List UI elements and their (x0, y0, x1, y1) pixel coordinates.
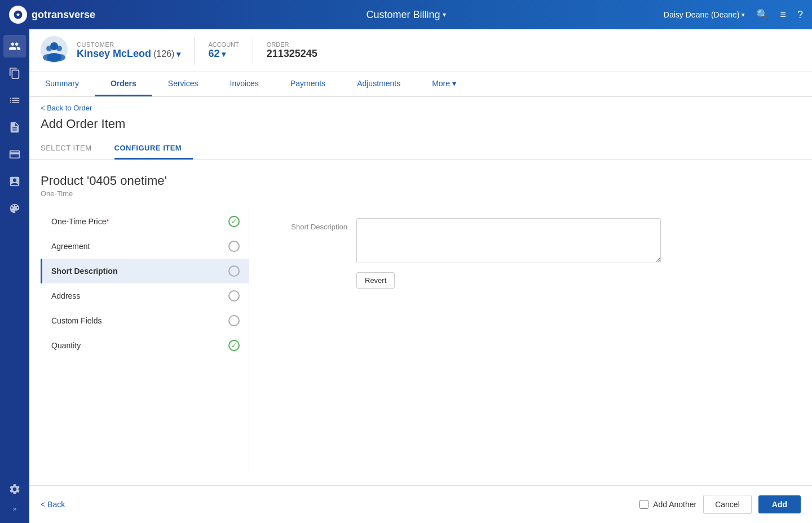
order-label: ORDER (267, 41, 317, 48)
field-item-agreement[interactable]: Agreement (41, 234, 249, 259)
customer-info: CUSTOMER Kinsey McLeod (126) ▾ (77, 41, 180, 60)
sidebar-item-list[interactable] (3, 89, 26, 112)
field-list: One-Time Price* ✓ Agreement Short Descri… (41, 209, 249, 472)
account-value[interactable]: 62 ▾ (208, 48, 239, 60)
sidebar-item-document[interactable] (3, 116, 26, 139)
field-name-agreement: Agreement (51, 242, 90, 251)
short-description-circle-icon (228, 265, 240, 277)
sidebar-item-settings[interactable] (3, 478, 26, 500)
step-tabs: SELECT ITEM CONFIGURE ITEM (29, 138, 812, 160)
footer-left: < Back (41, 500, 65, 509)
field-name-one-time-price: One-Time Price* (51, 217, 109, 226)
revert-button[interactable]: Revert (356, 272, 395, 289)
form-body: One-Time Price* ✓ Agreement Short Descri… (41, 209, 801, 472)
sidebar-item-palette[interactable] (3, 197, 26, 220)
sidebar-item-card[interactable] (3, 143, 26, 166)
customer-header: CUSTOMER Kinsey McLeod (126) ▾ ACCOUNT 6… (29, 29, 812, 72)
account-section: ACCOUNT 62 ▾ (208, 41, 239, 60)
sidebar-item-people[interactable] (3, 35, 26, 57)
sidebar-expand-button[interactable]: » (3, 500, 26, 517)
field-item-short-description[interactable]: Short Description (41, 259, 249, 283)
account-label: ACCOUNT (208, 41, 239, 48)
svg-point-5 (43, 54, 53, 61)
tab-adjustments[interactable]: Adjustments (341, 72, 416, 96)
quantity-check-icon: ✓ (228, 340, 240, 351)
step-tab-select-item[interactable]: SELECT ITEM (41, 138, 103, 159)
header-divider-1 (194, 37, 195, 65)
cancel-button[interactable]: Cancel (703, 495, 752, 514)
main-content: CUSTOMER Kinsey McLeod (126) ▾ ACCOUNT 6… (29, 29, 812, 523)
field-name-quantity: Quantity (51, 341, 81, 350)
customer-name[interactable]: Kinsey McLeod (126) ▾ (77, 48, 180, 60)
customer-dropdown-icon[interactable]: ▾ (176, 50, 180, 59)
short-description-row: Short Description (263, 218, 787, 263)
add-another-label: Add Another (653, 500, 696, 509)
logo-icon (9, 6, 27, 24)
address-circle-icon (228, 290, 240, 302)
field-item-one-time-price[interactable]: One-Time Price* ✓ (41, 209, 249, 234)
field-form: Short Description Revert (249, 209, 801, 472)
svg-point-6 (56, 46, 62, 51)
tab-payments[interactable]: Payments (275, 72, 341, 96)
sidebar-item-copy[interactable] (3, 62, 26, 85)
field-item-custom-fields[interactable]: Custom Fields (41, 308, 249, 333)
order-value: 211325245 (267, 48, 317, 60)
account-dropdown-icon[interactable]: ▾ (222, 50, 226, 59)
back-link[interactable]: < Back (41, 500, 65, 509)
page-title: Add Order Item (29, 114, 812, 138)
field-item-quantity[interactable]: Quantity ✓ (41, 333, 249, 358)
field-name-short-description: Short Description (51, 267, 117, 276)
tab-more[interactable]: More ▾ (416, 72, 472, 96)
top-nav: gotransverse Customer Billing ▾ Daisy De… (0, 0, 812, 29)
sidebar: » (0, 29, 29, 523)
search-icon[interactable]: 🔍 (756, 8, 769, 21)
help-icon[interactable]: ? (797, 9, 803, 21)
footer: < Back Add Another Cancel Add (29, 485, 812, 523)
customer-label: CUSTOMER (77, 41, 180, 48)
sidebar-item-calculator[interactable] (3, 170, 26, 193)
app-title: Customer Billing ▾ (366, 9, 445, 21)
page-content: < Back to Order Add Order Item SELECT IT… (29, 97, 812, 523)
form-area: Product '0405 onetime' One-Time One-Time… (29, 160, 812, 485)
product-subtitle: One-Time (41, 189, 801, 198)
custom-fields-circle-icon (228, 315, 240, 326)
tab-summary[interactable]: Summary (29, 72, 95, 96)
short-description-label: Short Description (263, 218, 347, 231)
agreement-circle-icon (228, 241, 240, 252)
svg-point-7 (55, 54, 65, 61)
field-name-custom-fields: Custom Fields (51, 316, 102, 325)
field-name-address: Address (51, 291, 80, 300)
sidebar-bottom: » (3, 478, 26, 517)
revert-row: Revert (263, 272, 787, 289)
logo: gotransverse (9, 6, 95, 24)
add-another-section: Add Another (639, 500, 696, 509)
layout: » CUSTOMER (0, 29, 812, 523)
customer-avatar (41, 36, 68, 65)
top-nav-controls: Daisy Deane (Deane) ▾ 🔍 ≡ ? (664, 8, 803, 21)
tab-orders[interactable]: Orders (95, 72, 152, 96)
one-time-price-check-icon: ✓ (228, 216, 240, 227)
tab-invoices[interactable]: Invoices (214, 72, 275, 96)
field-item-address[interactable]: Address (41, 283, 249, 308)
revert-label-spacer (263, 272, 347, 277)
logo-text: gotransverse (32, 9, 95, 21)
header-divider-2 (253, 37, 253, 65)
order-section: ORDER 211325245 (267, 41, 317, 60)
step-tab-configure-item[interactable]: CONFIGURE ITEM (114, 138, 193, 159)
grid-icon[interactable]: ≡ (780, 9, 786, 21)
add-button[interactable]: Add (758, 495, 801, 513)
product-title: Product '0405 onetime' (41, 174, 801, 188)
add-another-checkbox[interactable] (639, 500, 648, 509)
tab-services[interactable]: Services (152, 72, 214, 96)
svg-point-4 (46, 46, 52, 51)
user-menu[interactable]: Daisy Deane (Deane) ▾ (664, 10, 745, 19)
breadcrumb[interactable]: < Back to Order (29, 97, 812, 114)
short-description-input[interactable] (356, 218, 661, 263)
main-tabs: Summary Orders Services Invoices Payment… (29, 72, 812, 97)
